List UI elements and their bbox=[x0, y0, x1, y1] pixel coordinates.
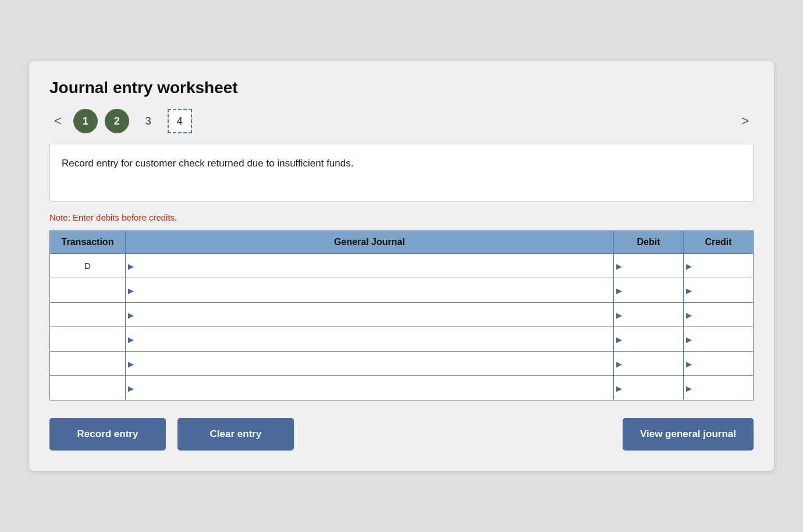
table-row: ▶▶▶ bbox=[50, 303, 754, 327]
general-journal-cell[interactable]: ▶ bbox=[126, 327, 614, 352]
arrow-indicator-credit: ▶ bbox=[686, 310, 692, 319]
step-1[interactable]: 1 bbox=[73, 109, 98, 133]
table-row: ▶▶▶ bbox=[50, 352, 754, 376]
arrow-indicator-general: ▶ bbox=[128, 335, 134, 343]
credit-cell[interactable]: ▶ bbox=[684, 278, 754, 303]
arrow-indicator-debit: ▶ bbox=[616, 359, 622, 368]
header-debit: Debit bbox=[614, 231, 684, 254]
credit-cell[interactable]: ▶ bbox=[684, 303, 754, 327]
credit-cell[interactable]: ▶ bbox=[684, 376, 754, 400]
arrow-indicator-general: ▶ bbox=[128, 384, 134, 392]
table-row: ▶▶▶ bbox=[50, 278, 754, 303]
arrow-indicator-general: ▶ bbox=[128, 286, 134, 295]
credit-cell[interactable]: ▶ bbox=[684, 327, 754, 352]
arrow-indicator-credit: ▶ bbox=[686, 359, 692, 368]
journal-table: Transaction General Journal Debit Credit… bbox=[49, 230, 754, 400]
transaction-cell[interactable] bbox=[50, 303, 126, 327]
debit-cell[interactable]: ▶ bbox=[614, 303, 684, 327]
page-title: Journal entry worksheet bbox=[49, 79, 754, 97]
next-arrow[interactable]: > bbox=[737, 111, 754, 131]
arrow-indicator-debit: ▶ bbox=[616, 310, 622, 319]
note-text: Note: Enter debits before credits. bbox=[49, 212, 754, 222]
arrow-indicator-general: ▶ bbox=[128, 261, 134, 270]
debit-cell[interactable]: ▶ bbox=[614, 376, 684, 400]
arrow-indicator-debit: ▶ bbox=[616, 261, 622, 270]
arrow-indicator-debit: ▶ bbox=[616, 335, 622, 343]
credit-cell[interactable]: ▶ bbox=[684, 254, 754, 278]
step-2[interactable]: 2 bbox=[105, 109, 129, 133]
buttons-row: Record entry Clear entry View general jo… bbox=[49, 418, 754, 451]
arrow-indicator-credit: ▶ bbox=[686, 335, 692, 343]
header-general-journal: General Journal bbox=[126, 231, 614, 254]
description-box: Record entry for customer check returned… bbox=[49, 144, 754, 202]
description-text: Record entry for customer check returned… bbox=[62, 158, 353, 169]
main-container: Journal entry worksheet < 1 2 3 4 > Reco… bbox=[29, 61, 774, 471]
step-3[interactable]: 3 bbox=[136, 109, 161, 133]
step-4[interactable]: 4 bbox=[168, 109, 192, 133]
transaction-cell[interactable] bbox=[50, 278, 126, 303]
arrow-indicator-credit: ▶ bbox=[686, 286, 692, 295]
credit-cell[interactable]: ▶ bbox=[684, 352, 754, 376]
arrow-indicator-debit: ▶ bbox=[616, 286, 622, 295]
arrow-indicator-general: ▶ bbox=[128, 359, 134, 368]
transaction-cell[interactable]: D bbox=[50, 254, 126, 278]
debit-cell[interactable]: ▶ bbox=[614, 327, 684, 352]
table-row: ▶▶▶ bbox=[50, 327, 754, 352]
table-row: ▶▶▶ bbox=[50, 376, 754, 400]
record-entry-button[interactable]: Record entry bbox=[49, 418, 166, 451]
header-transaction: Transaction bbox=[50, 231, 126, 254]
transaction-cell[interactable] bbox=[50, 327, 126, 352]
general-journal-cell[interactable]: ▶ bbox=[126, 278, 614, 303]
arrow-indicator-credit: ▶ bbox=[686, 384, 692, 392]
table-row: D▶▶▶ bbox=[50, 254, 754, 278]
arrow-indicator-credit: ▶ bbox=[686, 261, 692, 270]
general-journal-cell[interactable]: ▶ bbox=[126, 352, 614, 376]
clear-entry-button[interactable]: Clear entry bbox=[177, 418, 294, 451]
arrow-indicator-debit: ▶ bbox=[616, 384, 622, 392]
general-journal-cell[interactable]: ▶ bbox=[126, 303, 614, 327]
transaction-cell[interactable] bbox=[50, 352, 126, 376]
debit-cell[interactable]: ▶ bbox=[614, 254, 684, 278]
debit-cell[interactable]: ▶ bbox=[614, 352, 684, 376]
debit-cell[interactable]: ▶ bbox=[614, 278, 684, 303]
general-journal-cell[interactable]: ▶ bbox=[126, 254, 614, 278]
navigation-row: < 1 2 3 4 > bbox=[49, 109, 754, 133]
general-journal-cell[interactable]: ▶ bbox=[126, 376, 614, 400]
prev-arrow[interactable]: < bbox=[49, 111, 66, 131]
arrow-indicator-general: ▶ bbox=[128, 310, 134, 319]
transaction-cell[interactable] bbox=[50, 376, 126, 400]
view-general-journal-button[interactable]: View general journal bbox=[623, 418, 754, 451]
header-credit: Credit bbox=[684, 231, 754, 254]
